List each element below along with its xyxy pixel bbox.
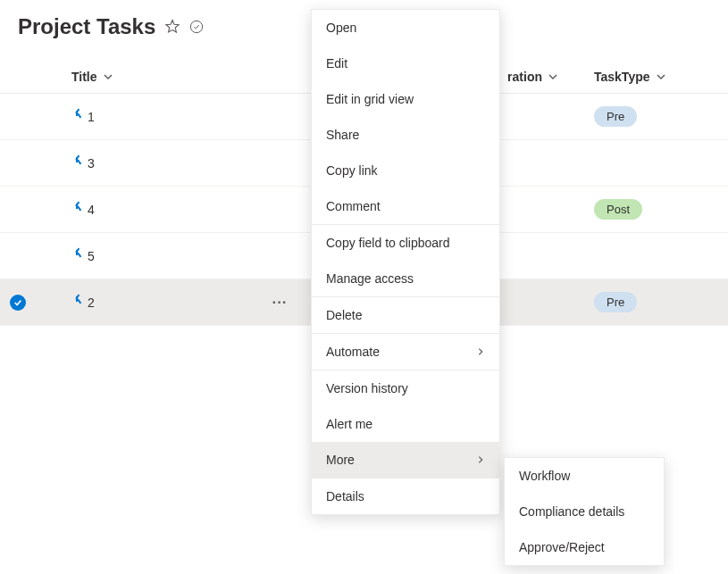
menu-item-comment[interactable]: Comment xyxy=(312,188,499,224)
flow-icon xyxy=(71,250,84,262)
chevron-down-icon xyxy=(103,71,113,82)
menu-item-edit-grid[interactable]: Edit in grid view xyxy=(312,81,499,117)
row-title-text[interactable]: 1 xyxy=(88,110,95,124)
column-header-title[interactable]: Title xyxy=(0,70,268,84)
menu-label: Manage access xyxy=(326,271,414,286)
column-header-tasktype[interactable]: TaskType xyxy=(594,70,728,84)
menu-label: More xyxy=(326,453,355,467)
svg-point-0 xyxy=(191,21,203,32)
menu-label: Workflow xyxy=(519,469,570,483)
chevron-right-icon xyxy=(476,345,485,359)
menu-label: Delete xyxy=(326,308,362,322)
menu-item-open[interactable]: Open xyxy=(312,10,499,46)
menu-label: Open xyxy=(326,21,356,35)
menu-label: Compliance details xyxy=(519,504,624,519)
menu-item-automate[interactable]: Automate xyxy=(312,334,499,370)
row-title-cell: 2 xyxy=(36,295,268,310)
tasktype-badge: Pre xyxy=(594,106,637,127)
menu-item-copy-link[interactable]: Copy link xyxy=(312,153,499,188)
menu-label: Comment xyxy=(326,199,381,213)
flow-icon xyxy=(71,157,84,170)
page-title: Project Tasks xyxy=(18,14,155,39)
menu-label: Approve/Reject xyxy=(519,540,605,554)
favorite-star-icon[interactable] xyxy=(164,19,180,35)
row-title-text[interactable]: 3 xyxy=(88,156,95,171)
menu-item-edit[interactable]: Edit xyxy=(312,46,499,81)
menu-label: Share xyxy=(326,128,359,142)
row-tasktype-cell: Post xyxy=(594,199,728,220)
submenu-item-approve-reject[interactable]: Approve/Reject xyxy=(505,529,664,565)
row-tasktype-cell: Pre xyxy=(594,292,728,312)
menu-label: Details xyxy=(326,489,364,503)
row-more-actions-button[interactable]: ··· xyxy=(268,292,291,313)
row-title-text[interactable]: 5 xyxy=(88,249,95,263)
menu-item-manage-access[interactable]: Manage access xyxy=(312,261,499,296)
column-title-label: Title xyxy=(71,70,97,84)
menu-label: Copy link xyxy=(326,163,378,178)
row-title-cell: 5 xyxy=(36,249,268,263)
menu-label: Version history xyxy=(326,381,408,395)
flow-icon xyxy=(71,296,84,309)
selected-check-icon[interactable] xyxy=(10,295,26,311)
row-tasktype-cell: Pre xyxy=(594,106,728,127)
menu-label: Edit xyxy=(326,56,347,71)
row-select-area[interactable] xyxy=(0,295,36,311)
row-title-text[interactable]: 2 xyxy=(88,295,95,310)
row-title-cell: 3 xyxy=(36,156,268,171)
context-menu: Open Edit Edit in grid view Share Copy l… xyxy=(311,9,500,515)
submenu-item-compliance[interactable]: Compliance details xyxy=(505,494,664,529)
menu-item-details[interactable]: Details xyxy=(312,478,499,514)
menu-item-alert-me[interactable]: Alert me xyxy=(312,406,499,442)
flow-icon xyxy=(71,111,84,123)
menu-item-more[interactable]: More xyxy=(312,442,499,478)
check-circle-icon[interactable] xyxy=(189,20,204,34)
column-tasktype-label: TaskType xyxy=(594,70,650,84)
menu-label: Automate xyxy=(326,345,380,359)
menu-label: Alert me xyxy=(326,417,372,431)
chevron-down-icon xyxy=(656,71,666,82)
row-title-cell: 4 xyxy=(36,203,268,217)
menu-item-version-history[interactable]: Version history xyxy=(312,370,499,406)
menu-item-delete[interactable]: Delete xyxy=(312,297,499,333)
chevron-right-icon xyxy=(476,453,485,467)
menu-item-copy-field[interactable]: Copy field to clipboard xyxy=(312,225,499,261)
menu-item-share[interactable]: Share xyxy=(312,117,499,153)
submenu-item-workflow[interactable]: Workflow xyxy=(505,458,664,494)
menu-label: Copy field to clipboard xyxy=(326,236,450,250)
chevron-down-icon xyxy=(548,71,558,82)
row-title-cell: 1 xyxy=(36,110,268,124)
column-duration-label: ration xyxy=(507,70,542,84)
submenu-more: Workflow Compliance details Approve/Reje… xyxy=(504,457,665,566)
row-title-text[interactable]: 4 xyxy=(88,203,95,217)
flow-icon xyxy=(71,204,84,216)
tasktype-badge: Pre xyxy=(594,292,637,312)
menu-label: Edit in grid view xyxy=(326,92,414,106)
tasktype-badge: Post xyxy=(594,199,642,220)
